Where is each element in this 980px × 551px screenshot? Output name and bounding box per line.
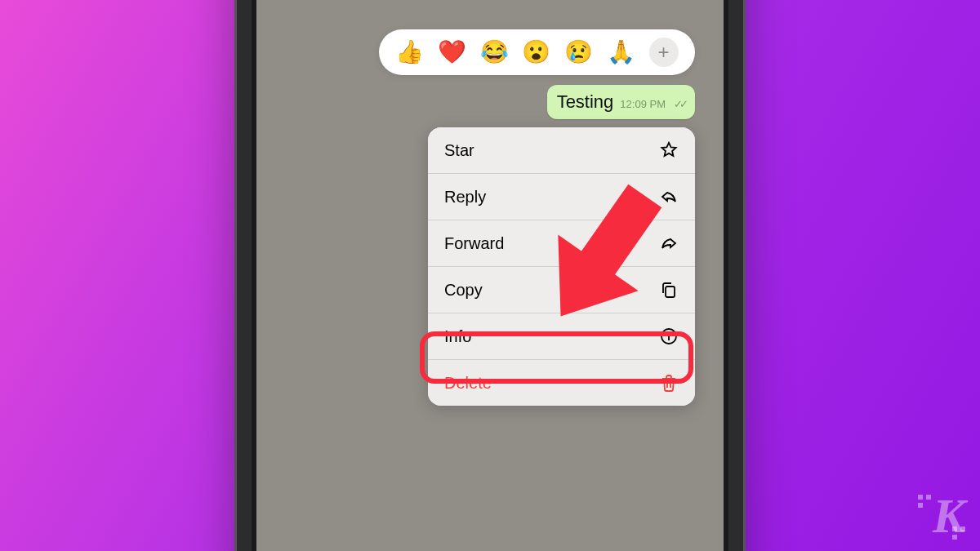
reaction-bar: 👍 ❤️ 😂 😮 😢 🙏 + [379,29,695,75]
forward-icon [659,233,679,253]
context-menu: Star Reply Forward [428,127,695,406]
reaction-pray[interactable]: 🙏 [607,41,635,64]
phone-frame: 👍 ❤️ 😂 😮 😢 🙏 + Testing 12:09 PM ✓✓ Star [237,0,743,551]
star-icon [659,140,679,160]
menu-info[interactable]: Info [428,313,695,360]
menu-reply-label: Reply [444,188,486,207]
read-receipt-icon: ✓✓ [674,98,685,110]
message-time: 12:09 PM [620,98,666,110]
svg-rect-0 [666,287,675,297]
menu-delete[interactable]: Delete [428,360,695,406]
reaction-add-button[interactable]: + [649,38,679,67]
menu-reply[interactable]: Reply [428,174,695,220]
reaction-wow[interactable]: 😮 [522,41,550,64]
menu-copy-label: Copy [444,281,483,300]
menu-star-label: Star [444,141,474,160]
reaction-sad[interactable]: 😢 [564,41,593,64]
watermark-logo: K [933,488,964,544]
message-text: Testing [557,91,614,113]
menu-forward[interactable]: Forward [428,220,695,267]
svg-point-3 [668,332,670,334]
menu-info-label: Info [444,327,471,346]
reply-icon [659,187,679,207]
menu-delete-label: Delete [444,374,492,393]
phone-inner: 👍 ❤️ 😂 😮 😢 🙏 + Testing 12:09 PM ✓✓ Star [252,0,728,551]
menu-star[interactable]: Star [428,127,695,174]
chat-screen: 👍 ❤️ 😂 😮 😢 🙏 + Testing 12:09 PM ✓✓ Star [256,0,724,551]
reaction-heart[interactable]: ❤️ [438,41,466,64]
copy-icon [659,280,679,300]
menu-copy[interactable]: Copy [428,267,695,313]
info-icon [659,327,679,346]
trash-icon [659,373,679,393]
menu-forward-label: Forward [444,234,504,253]
message-bubble[interactable]: Testing 12:09 PM ✓✓ [547,85,695,119]
reaction-laugh[interactable]: 😂 [480,41,509,64]
reaction-thumbs-up[interactable]: 👍 [395,41,424,64]
